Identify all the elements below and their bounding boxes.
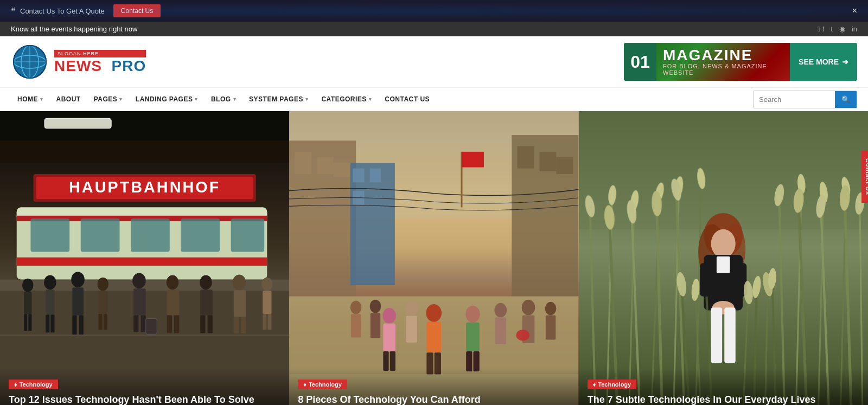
hero-item-3[interactable]: ♦ Technology The 7 Subtle Technologies I…: [579, 111, 868, 405]
search-box[interactable]: 🔍: [753, 91, 857, 108]
svg-rect-97: [495, 318, 507, 344]
banner-ad[interactable]: 01 MAGAZINE FOR BLOG, NEWS & MAGAZINE WE…: [624, 43, 857, 81]
svg-rect-102: [546, 315, 556, 339]
logo-globe-icon: [11, 43, 49, 81]
svg-rect-43: [141, 315, 145, 332]
svg-rect-66: [334, 163, 350, 177]
nav-links: HOME ▾ ABOUT PAGES ▾ LANDING PAGES ▾ BLO…: [11, 88, 436, 111]
svg-rect-79: [427, 322, 442, 352]
nav-item-pages[interactable]: PAGES ▾: [87, 88, 129, 111]
quote-text-area: ❝ Contact Us To Get A Quote: [11, 6, 105, 16]
svg-rect-72: [353, 169, 365, 183]
nav-link-blog[interactable]: BLOG ▾: [205, 88, 242, 111]
nav-link-landing[interactable]: LANDING PAGES ▾: [129, 88, 205, 111]
hero-item-2[interactable]: ♦ Technology 8 Pieces Of Technology You …: [289, 111, 578, 405]
tag-icon-3: ♦: [593, 381, 596, 388]
svg-rect-41: [133, 288, 146, 315]
nav-item-about[interactable]: ABOUT: [50, 88, 87, 111]
field-illustration: [579, 111, 868, 405]
svg-point-86: [465, 306, 480, 323]
hero-tag-1[interactable]: ♦ Technology: [9, 380, 58, 389]
search-input[interactable]: [754, 91, 835, 108]
svg-rect-73: [370, 169, 381, 183]
svg-rect-70: [557, 157, 573, 174]
svg-rect-60: [267, 314, 271, 330]
svg-rect-34: [72, 315, 76, 335]
nav-link-about[interactable]: ABOUT: [50, 88, 87, 111]
svg-rect-52: [208, 315, 213, 333]
svg-point-40: [132, 273, 146, 288]
ticker-socials:  f t ◉ in: [818, 25, 857, 33]
svg-rect-31: [50, 314, 54, 332]
svg-rect-68: [518, 146, 534, 169]
hero-overlay-1: ♦ Technology Top 12 Issues Technology Ha…: [0, 368, 289, 405]
svg-rect-33: [72, 287, 84, 315]
top-bar-right: ×: [847, 6, 857, 16]
quote-text: Contact Us To Get A Quote: [20, 7, 105, 15]
hero-item-1[interactable]: HAUPTBAHNHOF: [0, 111, 289, 405]
nav-contact-label: CONTACT US: [385, 95, 430, 103]
svg-point-78: [426, 304, 442, 322]
svg-point-92: [370, 300, 381, 313]
quote-icon: ❝: [11, 6, 16, 16]
svg-rect-104: [579, 111, 868, 229]
nav-home-arrow: ▾: [40, 97, 43, 102]
svg-point-53: [233, 275, 246, 291]
social-twitter[interactable]: t: [831, 25, 833, 33]
top-contact-button[interactable]: Contact Us: [113, 4, 161, 17]
svg-point-28: [44, 275, 56, 290]
svg-rect-76: [462, 152, 484, 168]
svg-point-90: [350, 301, 362, 314]
nav-item-contact[interactable]: CONTACT US: [378, 88, 436, 111]
svg-point-45: [167, 275, 179, 290]
search-button[interactable]: 🔍: [835, 91, 857, 108]
nav-home-label: HOME: [17, 95, 38, 103]
svg-rect-26: [24, 314, 27, 331]
top-bar-left: ❝ Contact Us To Get A Quote Contact Us: [11, 4, 161, 17]
logo-area[interactable]: SLOGAN HERE NEWS PRO: [11, 43, 146, 81]
svg-rect-56: [241, 317, 246, 333]
svg-rect-44: [146, 319, 157, 335]
svg-rect-29: [46, 290, 54, 314]
svg-rect-64: [295, 152, 312, 174]
banner-cta-button[interactable]: SEE MORE ➜: [790, 43, 857, 81]
svg-rect-93: [371, 313, 380, 338]
svg-rect-65: [317, 157, 334, 174]
nav-link-system[interactable]: SYSTEM PAGES ▾: [242, 88, 315, 111]
svg-point-49: [200, 275, 212, 290]
nav-link-pages[interactable]: PAGES ▾: [87, 88, 129, 111]
svg-rect-46: [167, 290, 180, 315]
hero-tag-label-1: Technology: [20, 381, 53, 388]
social-linkedin[interactable]: in: [852, 25, 857, 33]
logo-pro: PRO: [112, 57, 146, 74]
svg-rect-48: [174, 315, 179, 333]
nav-item-landing[interactable]: LANDING PAGES ▾: [129, 88, 205, 111]
nav-link-contact[interactable]: CONTACT US: [378, 88, 436, 111]
close-button[interactable]: ×: [852, 6, 857, 16]
nav-item-blog[interactable]: BLOG ▾: [205, 88, 242, 111]
nav-item-system[interactable]: SYSTEM PAGES ▾: [242, 88, 315, 111]
hero-title-3: The 7 Subtle Technologies In Our Everyda…: [588, 394, 859, 405]
svg-rect-54: [234, 290, 246, 317]
nav-link-categories[interactable]: CATEGORIES ▾: [315, 88, 378, 111]
hero-tag-3[interactable]: ♦ Technology: [588, 380, 637, 389]
nav-item-home[interactable]: HOME ▾: [11, 88, 50, 111]
contact-side-tab[interactable]: Contact Us: [861, 150, 868, 202]
svg-rect-35: [79, 315, 84, 335]
svg-rect-151: [724, 307, 736, 363]
hero-tag-label-2: Technology: [309, 381, 342, 388]
svg-rect-18: [131, 218, 170, 252]
svg-point-36: [97, 278, 108, 291]
svg-rect-7: [0, 111, 289, 140]
social-facebook[interactable]:  f: [818, 25, 824, 33]
hero-overlay-2: ♦ Technology 8 Pieces Of Technology You …: [289, 368, 578, 405]
nav-blog-label: BLOG: [211, 95, 231, 103]
nav-system-arrow: ▾: [305, 97, 309, 102]
nav-item-categories[interactable]: CATEGORIES ▾: [315, 88, 378, 111]
svg-point-101: [545, 302, 557, 316]
hero-tag-2[interactable]: ♦ Technology: [298, 380, 347, 389]
nav-link-home[interactable]: HOME ▾: [11, 88, 50, 111]
svg-rect-58: [263, 291, 271, 314]
social-pinterest[interactable]: ◉: [839, 25, 845, 33]
svg-rect-51: [200, 315, 205, 333]
